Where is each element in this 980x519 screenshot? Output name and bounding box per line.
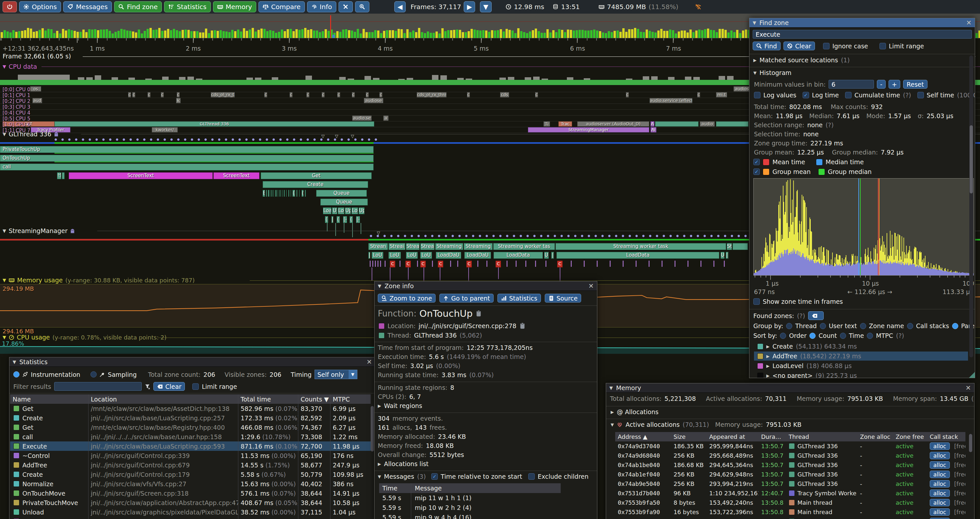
plus-button[interactable]: + — [889, 80, 900, 89]
power-button[interactable] — [3, 1, 17, 12]
cpu-zone[interactable] — [716, 121, 748, 126]
cpu-zone[interactable]: c — [337, 92, 340, 97]
zone-bar[interactable]: U — [721, 252, 724, 259]
alloc-callstack-button[interactable]: alloc — [930, 518, 950, 519]
exclude-children-checkbox[interactable] — [528, 473, 535, 480]
stats-row-Create[interactable]: Createjni/../jni/src/claw/base/LuaScript… — [10, 413, 371, 423]
cpu-zone[interactable]: A — [651, 121, 654, 126]
crash-zone[interactable]: C — [420, 260, 426, 267]
zone-bar[interactable]: LoadData — [493, 252, 543, 259]
messages-time-header[interactable]: Time — [379, 485, 412, 492]
zone-bar[interactable] — [291, 190, 291, 197]
alloc-callstack-button[interactable]: alloc — [930, 508, 950, 516]
cpu-zone[interactable]: c — [697, 92, 700, 97]
alloc-callstack-button[interactable]: alloc — [930, 499, 950, 506]
cpu-zone[interactable] — [655, 121, 698, 126]
matched-locations-expander[interactable]: ▶Matched source locations (1) — [753, 56, 850, 64]
cpu-zone[interactable]: a — [383, 115, 388, 121]
zone-bar[interactable]: Create — [262, 181, 368, 188]
cpu-zone[interactable]: audiose — [364, 98, 383, 103]
cpu-zone[interactable]: c — [379, 92, 382, 97]
statistics-panel-title[interactable]: ▼Statistics ✕ — [10, 358, 375, 367]
zone-bar[interactable]: Streaming — [464, 243, 493, 250]
allocation-row[interactable]: 0x74a9d37040186.35 KB295,999,844ns13:50.… — [615, 441, 966, 451]
zone-bar[interactable]: Loi — [338, 208, 344, 214]
zoom-to-zone-button[interactable]: Zoom to zone — [378, 294, 436, 302]
cpu-zone[interactable]: audios — [733, 86, 750, 91]
zone-bar[interactable]: LoadData — [557, 252, 719, 259]
filter-input[interactable] — [54, 382, 142, 391]
reset-button[interactable]: Reset — [903, 80, 928, 89]
zone-bar[interactable]: OnTouchUp — [0, 155, 374, 161]
found-zone-Create[interactable]: ▶Create(54,131) 643.34 ms — [757, 342, 968, 351]
selected-frame-marker[interactable] — [330, 15, 331, 38]
cpu-zone[interactable]: c — [535, 92, 538, 97]
stats-row-Unload[interactable]: Unloadjni/../jni/src/claw/graphics/pixel… — [10, 507, 371, 517]
zone-bar[interactable]: | — [551, 252, 554, 259]
zone-bar[interactable]: Streaming worker task — [555, 243, 726, 250]
log-values-checkbox[interactable] — [754, 92, 760, 98]
allocation-row[interactable]: 0x7553b9fbf016 bytes296,661,146ns13:50.7… — [615, 517, 966, 519]
sort-by-radio-time[interactable] — [840, 333, 846, 339]
cpu-row-label[interactable]: [1:1] CPU 7 — [3, 128, 30, 133]
zone-bar[interactable] — [282, 190, 282, 197]
copy-icon[interactable] — [519, 322, 526, 329]
group-by-radio-call-stacks[interactable] — [907, 323, 913, 329]
cpu-row-label[interactable]: [0:0] CPU 0 — [3, 87, 30, 93]
cpu-zone[interactable]: aud — [32, 98, 42, 103]
allocation-row[interactable]: 0x74ab9e5040256 KB293,994,219ns13:50.7GL… — [615, 479, 966, 489]
cpu-zone[interactable]: cds — [500, 92, 509, 97]
memory-column-header[interactable]: Appeared at — [706, 433, 759, 440]
stats-row-Execute[interactable]: Executejni/../jni/src/claw/base/LuaScrip… — [10, 441, 371, 451]
instrumentation-label[interactable]: Instrumentation — [31, 371, 80, 378]
zone-bar[interactable]: U — [332, 208, 337, 214]
cpu-zone[interactable]: mi.t — [716, 92, 727, 97]
allocations-list-expander[interactable]: ▶Allocations list — [378, 460, 429, 467]
zone-bar[interactable]: LoU — [420, 252, 432, 259]
messages-message-header[interactable]: Message — [412, 485, 561, 492]
found-zone-noparent[interactable]: ▶<no parent>(9) 225.73 µs — [757, 371, 968, 378]
zone-bar[interactable] — [305, 190, 306, 197]
zone-bar[interactable] — [280, 190, 280, 197]
instrumentation-radio[interactable] — [13, 371, 19, 377]
zone-bar[interactable]: LoadDaU — [465, 252, 491, 259]
cpu-row-label[interactable]: [0:3] CPU 3 — [3, 104, 30, 110]
min-bin-input[interactable]: 6 — [829, 80, 874, 89]
cpu-row-label[interactable]: [0:2] CPU 2 — [3, 98, 30, 104]
limit-range-checkbox[interactable] — [192, 383, 199, 390]
crash-zone[interactable]: C — [390, 260, 395, 267]
cpu-zone[interactable]: c — [128, 92, 131, 97]
cpu-zone[interactable]: c — [177, 92, 180, 97]
zone-bar[interactable]: Up — [359, 208, 364, 214]
group-by-radio-zone-name[interactable] — [860, 323, 866, 329]
zone-bar[interactable]: Queue — [320, 199, 368, 206]
find-zone-button[interactable]: Find zone — [114, 1, 162, 12]
zone-bar[interactable]: ( — [325, 216, 328, 223]
cpu-row-label[interactable]: [1:0] CPU 6 — [3, 122, 30, 128]
zone-bar[interactable] — [266, 190, 267, 197]
cpu-row-label[interactable]: [0:4] CPU 4 — [3, 110, 30, 116]
zone-bar[interactable] — [278, 190, 278, 197]
zone-bar[interactable]: LoU — [406, 252, 418, 259]
zone-source-button[interactable]: Source — [545, 294, 581, 302]
zone-bar[interactable]: Streai — [388, 243, 406, 250]
allocation-row[interactable]: 0x74ab1be040186.68 KB294,645,364ns13:50.… — [615, 460, 966, 469]
zone-bar[interactable]: |~ — [356, 216, 360, 223]
scrollbar-thumb[interactable] — [970, 125, 973, 193]
stats-column-header[interactable]: Counts ▼ — [298, 396, 330, 403]
find-button[interactable]: Find — [752, 42, 781, 50]
cpu-zone[interactable]: audioserver (AudioOut_D) — [577, 121, 649, 126]
allocation-row[interactable]: 0x7553b9fa508 bytes153,492,240ns13:50.8M… — [615, 498, 966, 507]
sort-by-label[interactable]: Count — [818, 332, 837, 339]
memory-column-header[interactable]: Size — [671, 433, 706, 440]
allocation-row[interactable]: 0x7531d7b04096 KB1:10 234,952,16112:40.7… — [615, 489, 966, 498]
stats-column-header[interactable]: Total time — [238, 396, 298, 403]
found-zone-LoadLevel[interactable]: ▶LoadLevel(18) 406.88 µs — [757, 361, 968, 370]
log-time-checkbox[interactable]: ✓ — [803, 92, 809, 98]
alloc-callstack-button[interactable]: alloc — [930, 471, 950, 478]
cpu-zone[interactable]: c — [352, 92, 355, 97]
zone-bar[interactable]: St — [727, 243, 732, 250]
memory-column-header[interactable]: Address ▲ — [615, 433, 671, 440]
next-frame-button[interactable]: ▶ — [464, 1, 475, 12]
messages-expander[interactable]: Messages — [384, 473, 414, 480]
